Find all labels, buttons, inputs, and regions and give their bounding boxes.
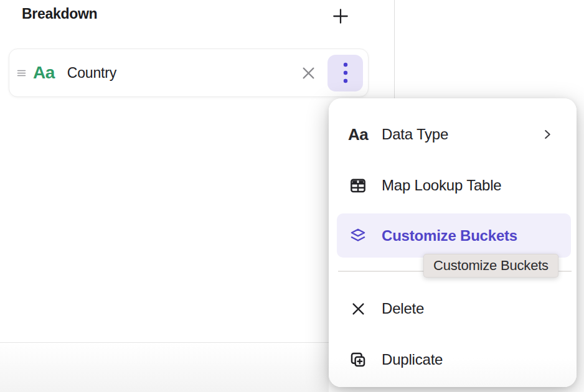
copy-plus-icon: [349, 350, 367, 369]
text-type-glyph: Aa: [348, 126, 368, 142]
panel-footer-area: [0, 343, 329, 392]
plus-icon: [331, 6, 351, 26]
kebab-menu-icon: [342, 62, 349, 83]
tooltip-text: Customize Buckets: [433, 258, 549, 274]
menu-item-label: Data Type: [382, 126, 448, 143]
menu-item-delete[interactable]: Delete: [337, 292, 571, 325]
menu-item-label: Map Lookup Table: [382, 177, 502, 194]
page-title: Breakdown: [22, 6, 97, 22]
panel-right-divider: [394, 0, 395, 98]
stack-icon: [349, 226, 367, 245]
menu-item-customize-buckets[interactable]: Customize Buckets: [337, 213, 571, 258]
menu-item-label: Delete: [382, 300, 424, 317]
close-icon: [300, 65, 317, 82]
tooltip: Customize Buckets: [423, 254, 558, 278]
breakdown-panel-page: Breakdown Aa Country: [0, 0, 584, 392]
table-icon: [349, 176, 367, 195]
text-type-icon: Aa: [33, 64, 55, 82]
chevron-right-icon: [540, 128, 554, 141]
panel-header: Breakdown: [0, 0, 394, 37]
drag-handle-icon[interactable]: [14, 66, 28, 80]
field-options-menu: Aa Data Type Map Lookup Table: [329, 98, 577, 387]
x-icon: [349, 299, 367, 318]
breakdown-field-card[interactable]: Aa Country: [9, 49, 369, 97]
menu-item-map-lookup-table[interactable]: Map Lookup Table: [337, 169, 571, 202]
menu-item-data-type[interactable]: Aa Data Type: [337, 118, 571, 151]
remove-field-button[interactable]: [297, 62, 319, 84]
menu-item-duplicate[interactable]: Duplicate: [337, 343, 571, 376]
menu-item-label: Duplicate: [382, 351, 443, 368]
add-breakdown-button[interactable]: [328, 4, 353, 29]
more-options-button[interactable]: [327, 55, 363, 91]
field-label: Country: [67, 65, 116, 82]
menu-item-label: Customize Buckets: [382, 227, 517, 245]
text-type-icon: Aa: [349, 125, 367, 144]
